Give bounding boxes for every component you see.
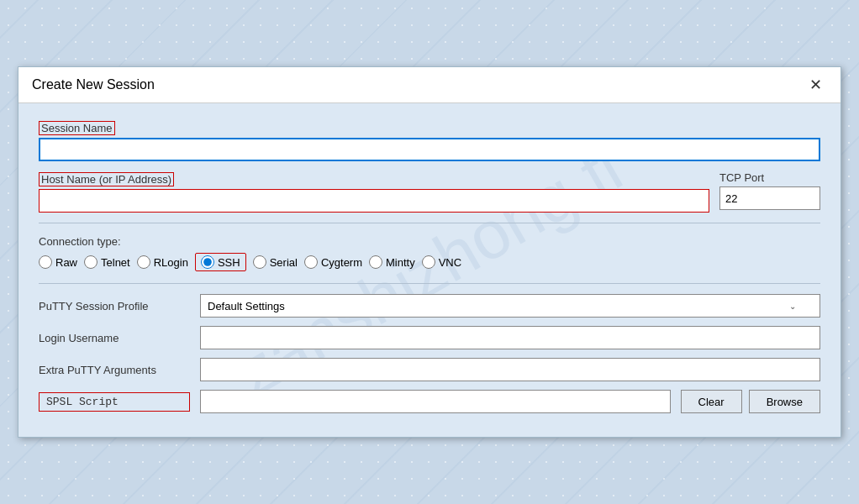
putty-profile-label: PuTTY Session Profile bbox=[39, 300, 190, 312]
putty-profile-btn[interactable]: Default Settings ⌄ bbox=[200, 294, 820, 318]
radio-telnet-label: Telnet bbox=[101, 256, 130, 269]
spsl-row: SPSL Script Clear Browse bbox=[39, 390, 820, 413]
radio-cygterm-label: Cygterm bbox=[321, 256, 362, 269]
extra-putty-input[interactable] bbox=[200, 358, 820, 381]
form-section: Session Name Host Name (or IP Address) T… bbox=[39, 120, 820, 413]
radio-raw-input[interactable] bbox=[39, 255, 52, 269]
hostname-row: Host Name (or IP Address) TCP Port bbox=[39, 171, 820, 213]
login-username-input[interactable] bbox=[200, 326, 820, 349]
close-button[interactable]: ✕ bbox=[804, 76, 827, 94]
radio-cygterm[interactable]: Cygterm bbox=[304, 255, 362, 269]
clear-button[interactable]: Clear bbox=[681, 390, 742, 413]
extra-putty-row: Extra PuTTY Arguments bbox=[39, 358, 820, 381]
hostname-label: Host Name (or IP Address) bbox=[39, 172, 174, 186]
dropdown-arrow-icon: ⌄ bbox=[789, 302, 796, 311]
dialog-title: Create New Session bbox=[32, 77, 155, 92]
radio-raw-label: Raw bbox=[55, 256, 77, 269]
browse-button[interactable]: Browse bbox=[749, 390, 820, 413]
radio-vnc[interactable]: VNC bbox=[422, 255, 461, 269]
dialog-content: zanshizhong.fi Session Name Host Name (o… bbox=[18, 103, 841, 437]
radio-raw[interactable]: Raw bbox=[39, 255, 77, 269]
putty-profile-value: Default Settings bbox=[208, 300, 285, 312]
session-name-input[interactable] bbox=[39, 138, 820, 161]
connection-type-label: Connection type: bbox=[39, 235, 820, 248]
tcp-port-input[interactable] bbox=[719, 186, 820, 210]
radio-mintty[interactable]: Mintty bbox=[369, 255, 415, 269]
login-username-row: Login Username bbox=[39, 326, 820, 349]
radio-vnc-label: VNC bbox=[439, 256, 461, 269]
divider-2 bbox=[39, 283, 820, 284]
divider-1 bbox=[39, 223, 820, 223]
extra-putty-input-wrapper bbox=[200, 358, 820, 381]
radio-group: Raw Telnet RLogin SSH bbox=[39, 253, 820, 271]
putty-profile-dropdown[interactable]: Default Settings ⌄ bbox=[200, 294, 820, 318]
radio-telnet-input[interactable] bbox=[84, 255, 97, 269]
radio-cygterm-input[interactable] bbox=[304, 255, 318, 269]
radio-rlogin-input[interactable] bbox=[137, 255, 150, 269]
putty-profile-row: PuTTY Session Profile Default Settings ⌄ bbox=[39, 294, 820, 318]
spsl-buttons: Clear Browse bbox=[681, 390, 820, 413]
radio-serial-label: Serial bbox=[270, 256, 298, 269]
create-session-dialog: Create New Session ✕ zanshizhong.fi Sess… bbox=[18, 66, 841, 438]
tcp-port-group: TCP Port bbox=[719, 171, 820, 210]
radio-mintty-label: Mintty bbox=[386, 256, 415, 269]
spsl-script-label: SPSL Script bbox=[39, 392, 190, 412]
title-bar: Create New Session ✕ bbox=[18, 67, 841, 103]
session-name-label: Session Name bbox=[39, 121, 115, 135]
spsl-script-input-wrapper bbox=[200, 390, 671, 413]
radio-vnc-input[interactable] bbox=[422, 255, 435, 269]
connection-type-section: Connection type: Raw Telnet RLogin bbox=[39, 235, 820, 271]
radio-serial-input[interactable] bbox=[253, 255, 266, 269]
login-username-input-wrapper bbox=[200, 326, 820, 349]
radio-telnet[interactable]: Telnet bbox=[84, 255, 130, 269]
extra-putty-label: Extra PuTTY Arguments bbox=[39, 364, 190, 376]
radio-ssh-input[interactable] bbox=[201, 255, 214, 269]
radio-serial[interactable]: Serial bbox=[253, 255, 298, 269]
radio-mintty-input[interactable] bbox=[369, 255, 382, 269]
hostname-group: Host Name (or IP Address) bbox=[39, 171, 709, 213]
radio-ssh-label: SSH bbox=[218, 256, 240, 269]
radio-rlogin[interactable]: RLogin bbox=[137, 255, 188, 269]
hostname-input[interactable] bbox=[39, 189, 709, 213]
spsl-script-input[interactable] bbox=[200, 390, 671, 413]
radio-ssh[interactable]: SSH bbox=[195, 253, 246, 271]
session-name-group: Session Name bbox=[39, 120, 820, 161]
tcp-port-label: TCP Port bbox=[719, 171, 820, 184]
radio-rlogin-label: RLogin bbox=[154, 256, 188, 269]
login-username-label: Login Username bbox=[39, 332, 190, 344]
